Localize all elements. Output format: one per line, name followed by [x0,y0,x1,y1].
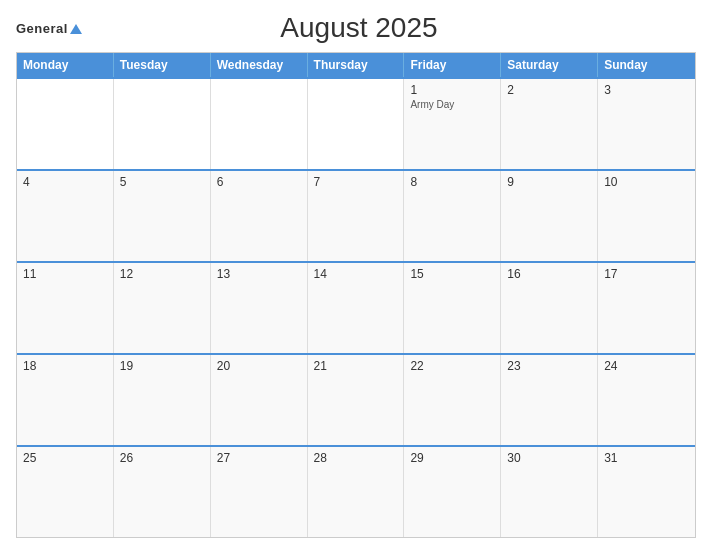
day-number: 7 [314,175,398,189]
calendar-cell: 30 [501,447,598,537]
day-number: 12 [120,267,204,281]
calendar-cell: 3 [598,79,695,169]
calendar-header: MondayTuesdayWednesdayThursdayFridaySatu… [17,53,695,77]
day-number: 23 [507,359,591,373]
calendar-week: 25262728293031 [17,445,695,537]
day-number: 19 [120,359,204,373]
day-number: 15 [410,267,494,281]
day-number: 1 [410,83,494,97]
calendar-cell: 10 [598,171,695,261]
weekday-header: Tuesday [114,53,211,77]
calendar-cell: 14 [308,263,405,353]
calendar-cell: 18 [17,355,114,445]
calendar-cell: 29 [404,447,501,537]
day-number: 24 [604,359,689,373]
weekday-header: Friday [404,53,501,77]
weekday-header: Sunday [598,53,695,77]
day-number: 26 [120,451,204,465]
day-number: 14 [314,267,398,281]
logo-triangle-icon [70,24,82,34]
calendar-cell: 13 [211,263,308,353]
calendar-cell: 22 [404,355,501,445]
day-number: 11 [23,267,107,281]
calendar-week: 1Army Day23 [17,77,695,169]
month-title: August 2025 [82,12,636,44]
day-number: 6 [217,175,301,189]
day-number: 18 [23,359,107,373]
calendar-body: 1Army Day2345678910111213141516171819202… [17,77,695,537]
day-number: 30 [507,451,591,465]
day-number: 13 [217,267,301,281]
calendar-cell: 23 [501,355,598,445]
calendar-cell [17,79,114,169]
logo-general-text: General [16,22,82,35]
day-number: 25 [23,451,107,465]
day-number: 21 [314,359,398,373]
calendar-cell: 12 [114,263,211,353]
day-number: 2 [507,83,591,97]
calendar: MondayTuesdayWednesdayThursdayFridaySatu… [16,52,696,538]
calendar-cell: 27 [211,447,308,537]
day-number: 8 [410,175,494,189]
calendar-cell: 26 [114,447,211,537]
weekday-header: Saturday [501,53,598,77]
day-number: 31 [604,451,689,465]
weekday-header: Thursday [308,53,405,77]
calendar-cell [114,79,211,169]
day-number: 9 [507,175,591,189]
day-number: 20 [217,359,301,373]
day-number: 29 [410,451,494,465]
calendar-cell: 1Army Day [404,79,501,169]
day-number: 3 [604,83,689,97]
day-number: 27 [217,451,301,465]
day-number: 4 [23,175,107,189]
calendar-cell: 11 [17,263,114,353]
day-number: 5 [120,175,204,189]
calendar-cell: 8 [404,171,501,261]
page: General August 2025 MondayTuesdayWednesd… [0,0,712,550]
calendar-cell [211,79,308,169]
calendar-cell: 17 [598,263,695,353]
day-number: 22 [410,359,494,373]
header: General August 2025 [16,12,696,44]
calendar-cell: 9 [501,171,598,261]
calendar-cell: 16 [501,263,598,353]
calendar-cell: 24 [598,355,695,445]
day-number: 10 [604,175,689,189]
day-number: 28 [314,451,398,465]
calendar-cell: 19 [114,355,211,445]
calendar-week: 11121314151617 [17,261,695,353]
calendar-cell: 20 [211,355,308,445]
calendar-cell: 7 [308,171,405,261]
calendar-cell: 21 [308,355,405,445]
weekday-header: Wednesday [211,53,308,77]
calendar-week: 18192021222324 [17,353,695,445]
logo: General [16,22,82,35]
calendar-cell: 15 [404,263,501,353]
calendar-cell: 5 [114,171,211,261]
calendar-cell: 2 [501,79,598,169]
calendar-cell [308,79,405,169]
calendar-event: Army Day [410,99,494,110]
day-number: 16 [507,267,591,281]
day-number: 17 [604,267,689,281]
weekday-header: Monday [17,53,114,77]
calendar-cell: 28 [308,447,405,537]
calendar-cell: 25 [17,447,114,537]
calendar-cell: 31 [598,447,695,537]
calendar-week: 45678910 [17,169,695,261]
calendar-cell: 4 [17,171,114,261]
calendar-cell: 6 [211,171,308,261]
